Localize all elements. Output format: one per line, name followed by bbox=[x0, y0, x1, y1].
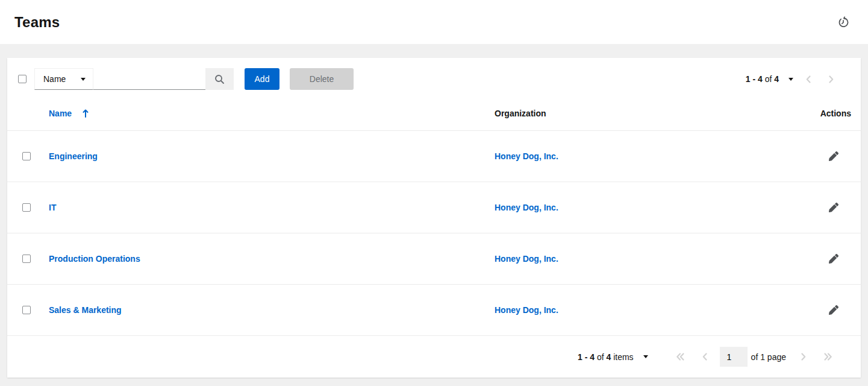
search-input[interactable] bbox=[93, 68, 205, 90]
row-select-checkbox[interactable] bbox=[22, 152, 31, 160]
organization-link[interactable]: Honey Dog, Inc. bbox=[495, 254, 558, 264]
table-row: Engineering Honey Dog, Inc. bbox=[7, 131, 861, 182]
sort-ascending-icon bbox=[83, 109, 89, 118]
caret-down-icon bbox=[81, 78, 86, 81]
pagination-bottom-summary: 1 - 4 of 4 items bbox=[578, 352, 652, 362]
team-name-link[interactable]: Sales & Marketing bbox=[49, 305, 122, 315]
pagination-bottom-total: 4 bbox=[606, 352, 611, 362]
page-header: Teams bbox=[0, 0, 868, 44]
pagination-first-page-button[interactable] bbox=[667, 352, 693, 361]
team-name-link[interactable]: Production Operations bbox=[49, 254, 140, 264]
pencil-icon bbox=[829, 254, 838, 264]
row-select-checkbox[interactable] bbox=[22, 306, 31, 314]
pagination-top: 1 - 4 of 4 bbox=[746, 74, 843, 84]
pagination-next-page-button[interactable] bbox=[792, 352, 815, 361]
column-header-organization: Organization bbox=[495, 109, 788, 118]
edit-team-button[interactable] bbox=[826, 252, 841, 266]
table-header-row: Name Organization Actions bbox=[7, 90, 861, 131]
of-page-label: of 1 page bbox=[751, 352, 786, 362]
activity-stream-button[interactable] bbox=[835, 14, 851, 30]
pagination-top-range: 1 - 4 bbox=[746, 74, 763, 84]
organization-link[interactable]: Honey Dog, Inc. bbox=[495, 203, 558, 212]
delete-button[interactable]: Delete bbox=[290, 68, 354, 90]
pagination-bottom-options-toggle[interactable] bbox=[640, 355, 652, 358]
pencil-icon bbox=[829, 151, 838, 161]
pagination-top-summary: 1 - 4 of 4 bbox=[746, 74, 779, 84]
angle-double-right-icon bbox=[823, 352, 832, 361]
content-area: Name Add Delete 1 - 4 of 4 bbox=[0, 44, 868, 378]
column-name-label: Name bbox=[49, 109, 72, 118]
toolbar: Name Add Delete 1 - 4 of 4 bbox=[7, 58, 861, 90]
angle-right-icon bbox=[828, 75, 834, 84]
team-name-link[interactable]: Engineering bbox=[49, 151, 98, 161]
table-row: Production Operations Honey Dog, Inc. bbox=[7, 233, 861, 285]
pencil-icon bbox=[829, 305, 838, 315]
edit-team-button[interactable] bbox=[826, 149, 841, 163]
pagination-top-total: 4 bbox=[774, 74, 779, 84]
pagination-top-of: of bbox=[765, 74, 772, 84]
pagination-bottom-of: of bbox=[597, 352, 604, 362]
pagination-top-next-button[interactable] bbox=[820, 75, 843, 84]
organization-link[interactable]: Honey Dog, Inc. bbox=[495, 151, 558, 161]
add-button[interactable]: Add bbox=[245, 68, 279, 90]
page-number-input[interactable] bbox=[720, 347, 748, 367]
search-icon bbox=[214, 74, 225, 84]
teams-card: Name Add Delete 1 - 4 of 4 bbox=[7, 58, 861, 378]
table-row: IT Honey Dog, Inc. bbox=[7, 182, 861, 233]
team-name-link[interactable]: IT bbox=[49, 203, 56, 212]
row-select-checkbox[interactable] bbox=[22, 255, 31, 263]
column-header-actions: Actions bbox=[788, 109, 861, 118]
angle-right-icon bbox=[801, 352, 807, 361]
organization-link[interactable]: Honey Dog, Inc. bbox=[495, 305, 558, 315]
angle-left-icon bbox=[805, 75, 811, 84]
angle-double-left-icon bbox=[676, 352, 685, 361]
table-row: Sales & Marketing Honey Dog, Inc. bbox=[7, 285, 861, 336]
sort-by-name[interactable]: Name bbox=[49, 109, 89, 118]
pagination-bottom-items: items bbox=[613, 352, 633, 362]
search-button[interactable] bbox=[205, 68, 234, 90]
page-title: Teams bbox=[14, 14, 60, 31]
pagination-prev-page-button[interactable] bbox=[693, 352, 716, 361]
pagination-last-page-button[interactable] bbox=[815, 352, 841, 361]
filter-type-dropdown[interactable]: Name bbox=[34, 68, 93, 90]
select-all-checkbox[interactable] bbox=[18, 75, 27, 83]
pagination-top-options-toggle[interactable] bbox=[785, 78, 797, 81]
pagination-bottom-range: 1 - 4 bbox=[578, 352, 595, 362]
filter-type-label: Name bbox=[43, 74, 66, 84]
pagination-bottom: 1 - 4 of 4 items bbox=[7, 336, 861, 378]
caret-down-icon bbox=[788, 78, 793, 81]
edit-team-button[interactable] bbox=[826, 303, 841, 317]
column-header-name: Name bbox=[49, 109, 495, 118]
edit-team-button[interactable] bbox=[826, 200, 841, 215]
caret-down-icon bbox=[643, 355, 648, 358]
pencil-icon bbox=[829, 203, 838, 212]
angle-left-icon bbox=[702, 352, 708, 361]
pagination-top-prev-button[interactable] bbox=[797, 75, 820, 84]
history-icon bbox=[837, 16, 849, 28]
row-select-checkbox[interactable] bbox=[22, 203, 31, 212]
